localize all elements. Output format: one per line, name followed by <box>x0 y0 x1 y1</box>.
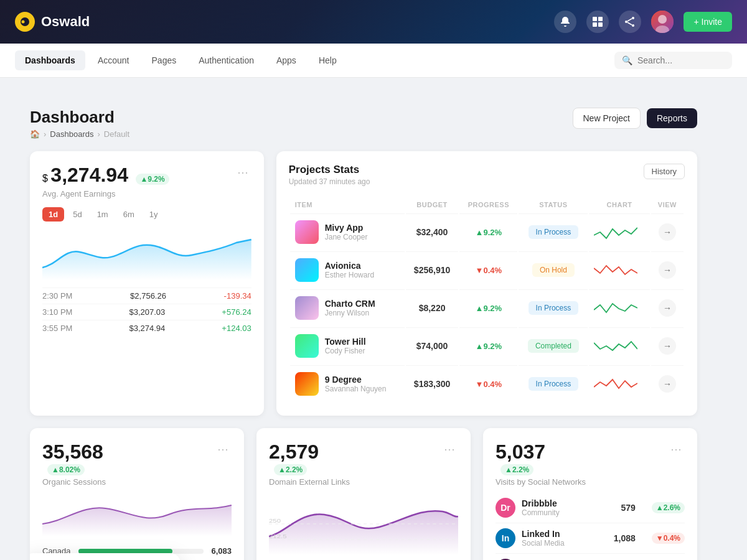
links-label: Domain External Links <box>269 477 458 487</box>
history-button[interactable]: History <box>644 164 685 179</box>
proj-view-4[interactable]: → <box>651 365 684 402</box>
sessions-label: Organic Sessions <box>42 477 232 487</box>
social-info-1: Linked In Social Media <box>522 529 565 548</box>
nav-apps[interactable]: Apps <box>266 50 306 70</box>
proj-chart-3 <box>589 327 649 364</box>
social-icon-1: In <box>496 528 515 548</box>
proj-budget-2: $8,220 <box>406 289 458 326</box>
proj-owner-4: Savannah Nguyen <box>325 385 387 393</box>
notification-icon[interactable] <box>554 11 576 33</box>
social-badge-0: ▲2.6% <box>652 502 685 513</box>
earnings-header: $ 3,274.94 ▲9.2% <box>42 164 251 187</box>
proj-status-3: Completed <box>519 327 588 364</box>
social-count-0: 579 <box>621 503 635 513</box>
nav-help[interactable]: Help <box>309 50 347 70</box>
nav-account[interactable]: Account <box>88 50 139 70</box>
social-type-0: Community <box>522 508 560 517</box>
proj-view-0[interactable]: → <box>651 213 684 250</box>
sessions-card: ⋯ 35,568 ▲8.02% Organic Sessions <box>30 428 244 560</box>
page-header-left: Dashboard 🏠 › Dashboards › Default <box>30 108 129 139</box>
table-row: 9 Degree Savannah Nguyen $183,300 ▼0.4% … <box>290 365 684 402</box>
change-1: -139.34 <box>224 291 251 301</box>
search-input[interactable] <box>637 55 725 65</box>
proj-item-3: Tower Hill Cody Fisher <box>290 327 405 364</box>
page-title: Dashboard <box>30 108 129 127</box>
col-view: VIEW <box>651 197 684 212</box>
projects-subtitle: Updated 37 minutes ago <box>289 177 370 186</box>
sessions-more-button[interactable]: ⋯ <box>214 441 232 458</box>
svg-rect-3 <box>598 17 603 21</box>
svg-rect-5 <box>598 22 603 27</box>
proj-budget-4: $183,300 <box>406 365 458 402</box>
earnings-card: ⋯ $ 3,274.94 ▲9.2% Avg. Agent Earnings 1… <box>30 151 264 416</box>
proj-view-1[interactable]: → <box>651 251 684 288</box>
grid-icon[interactable] <box>586 11 609 33</box>
breadcrumb-sep1: › <box>44 129 46 139</box>
tab-5d[interactable]: 5d <box>67 207 88 222</box>
proj-name-0: Mivy App <box>325 223 368 233</box>
proj-icon-4 <box>295 372 319 396</box>
col-progress: PROGRESS <box>459 197 517 212</box>
proj-name-1: Avionica <box>325 261 374 271</box>
time-3: 3:55 PM <box>42 324 72 333</box>
view-btn-0[interactable]: → <box>659 223 676 241</box>
logo-area: Oswald <box>15 12 554 32</box>
links-amount: 2,579 <box>269 441 458 464</box>
earnings-amount: 3,274.94 <box>50 164 128 186</box>
nav-pages[interactable]: Pages <box>142 50 187 70</box>
proj-icon-0 <box>295 220 319 244</box>
proj-chart-4 <box>589 365 649 402</box>
sessions-amount: 35,568 <box>42 441 232 464</box>
social-row-0: Dr Dribbble Community 579 ▲2.6% <box>496 493 685 523</box>
earnings-badge: ▲9.2% <box>136 174 169 185</box>
time-data: 2:30 PM $2,756.26 -139.34 3:10 PM $3,207… <box>42 287 251 336</box>
invite-button[interactable]: + Invite <box>684 12 732 32</box>
logo-icon <box>15 12 35 32</box>
new-project-button[interactable]: New Project <box>573 108 641 129</box>
share-icon[interactable] <box>619 11 641 33</box>
tab-1d[interactable]: 1d <box>42 207 64 222</box>
view-btn-4[interactable]: → <box>659 375 676 393</box>
search-box: 🔍 <box>614 52 732 69</box>
nav-authentication[interactable]: Authentication <box>189 50 264 70</box>
amount-1: $2,756.26 <box>130 291 166 301</box>
nav-dashboards[interactable]: Dashboards <box>15 50 85 70</box>
change-2: +576.24 <box>222 307 251 317</box>
proj-budget-0: $32,400 <box>406 213 458 250</box>
avatar[interactable] <box>651 11 674 33</box>
links-more-button[interactable]: ⋯ <box>441 441 458 458</box>
tab-1m[interactable]: 1m <box>91 207 115 222</box>
breadcrumb-dashboards[interactable]: Dashboards <box>50 129 93 139</box>
proj-progress-4: ▼0.4% <box>459 365 517 402</box>
social-card: 5,037 ▲2.2% Visits by Social Networks ⋯ … <box>483 428 697 560</box>
svg-point-8 <box>632 24 634 27</box>
social-more-button[interactable]: ⋯ <box>667 441 685 458</box>
nav-icons: + Invite <box>554 11 732 33</box>
svg-point-7 <box>625 21 627 23</box>
tab-6m[interactable]: 6m <box>117 207 141 222</box>
svg-line-10 <box>627 19 632 21</box>
social-type-1: Social Media <box>522 539 565 548</box>
proj-owner-3: Cody Fisher <box>325 347 366 355</box>
proj-progress-2: ▲9.2% <box>459 289 517 326</box>
proj-icon-2 <box>295 296 319 320</box>
proj-item-1: Avionica Esther Howard <box>290 251 405 288</box>
view-btn-2[interactable]: → <box>659 299 676 317</box>
reports-button[interactable]: Reports <box>647 108 697 128</box>
amount-3: $3,274.94 <box>129 324 165 333</box>
view-btn-1[interactable]: → <box>659 261 676 279</box>
col-item: ITEM <box>290 197 405 212</box>
external-links-card: ⋯ 2,579 ▲2.2% Domain External Links <box>256 428 471 560</box>
social-info-0: Dribbble Community <box>522 498 560 517</box>
projects-title-area: Projects Stats Updated 37 minutes ago <box>289 164 370 186</box>
earnings-more-button[interactable]: ⋯ <box>234 164 251 181</box>
tab-1y[interactable]: 1y <box>143 207 164 222</box>
links-chart: 250 212.5 <box>269 493 458 543</box>
header-buttons: New Project Reports <box>573 108 698 129</box>
view-btn-3[interactable]: → <box>659 337 676 355</box>
svg-text:212.5: 212.5 <box>269 533 287 539</box>
proj-view-3[interactable]: → <box>651 327 684 364</box>
proj-view-2[interactable]: → <box>651 289 684 326</box>
social-amount: 5,037 <box>496 441 586 464</box>
table-row: Tower Hill Cody Fisher $74,000 ▲9.2% Com… <box>290 327 684 364</box>
